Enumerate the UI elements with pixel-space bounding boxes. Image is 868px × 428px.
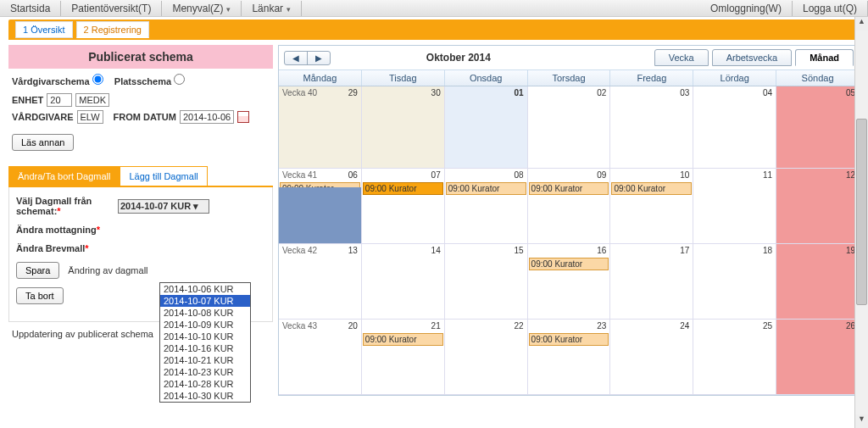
- day-cell[interactable]: Vecka 4106 09:00 Kurator: [279, 169, 362, 243]
- day-header: Söndag: [776, 70, 859, 86]
- day-cell[interactable]: 17: [610, 244, 693, 319]
- menu-startsida[interactable]: Startsida: [0, 1, 61, 16]
- tab-andra-ta-bort[interactable]: Ändra/Ta bort Dagmall: [8, 166, 120, 186]
- radio-vardgivarschema[interactable]: Vårdgivarschema: [12, 76, 103, 86]
- menu-omloggning[interactable]: Omloggning(W): [700, 1, 793, 16]
- day-cell[interactable]: 22: [445, 320, 528, 394]
- option[interactable]: 2014-10-08 KUR: [160, 307, 250, 319]
- event[interactable]: 09:00 Kurator: [529, 258, 609, 270]
- day-cell[interactable]: 14: [362, 244, 445, 319]
- dagmall-select[interactable]: 2014-10-07 KUR ▾: [118, 199, 209, 214]
- day-cell[interactable]: 15: [445, 244, 528, 319]
- day-cell[interactable]: 04: [693, 86, 776, 168]
- day-cell[interactable]: Vecka 4213: [279, 244, 362, 319]
- event[interactable]: 09:00 Kurator: [611, 182, 692, 195]
- calendar-icon[interactable]: [237, 111, 249, 123]
- scroll-thumb[interactable]: [856, 119, 867, 305]
- day-header: Tisdag: [362, 70, 445, 86]
- event[interactable]: 09:00 Kurator: [363, 333, 443, 346]
- vardgivare-value[interactable]: ELW: [77, 110, 103, 124]
- day-cell[interactable]: 18: [693, 244, 776, 319]
- andra-brevmall-label: Ändra Brevmall: [16, 243, 85, 253]
- radio-platsschema[interactable]: Platsschema: [114, 76, 185, 86]
- event[interactable]: 09:00 Kurator: [446, 182, 526, 195]
- day-cell[interactable]: 05: [776, 86, 859, 168]
- day-cell[interactable]: 25: [693, 320, 776, 394]
- day-cell[interactable]: Vecka 4320: [279, 320, 362, 394]
- left-panel: Publicerat schema Vårdgivarschema Platss…: [8, 45, 273, 396]
- view-vecka[interactable]: Vecka: [654, 49, 709, 66]
- view-manad[interactable]: Månad: [795, 49, 854, 66]
- option-selected[interactable]: 2014-10-07 KUR: [160, 295, 250, 307]
- menu-patient[interactable]: Patientöversikt(T): [61, 1, 162, 16]
- day-cell[interactable]: 03: [610, 86, 693, 168]
- event[interactable]: 09:00 Kurator: [529, 333, 609, 346]
- tab-registrering[interactable]: 2 Registrering: [76, 21, 149, 38]
- andring-text: Ändring av dagmall: [68, 265, 147, 275]
- option[interactable]: 2014-10-09 KUR: [160, 319, 250, 331]
- dagmall-dropdown-list[interactable]: 2014-10-06 KUR 2014-10-07 KUR 2014-10-08…: [159, 282, 251, 403]
- option[interactable]: 2014-10-16 KUR: [160, 342, 250, 354]
- menu-lankar[interactable]: Länkar: [242, 1, 302, 16]
- day-cell[interactable]: Vecka 4029: [279, 86, 362, 168]
- ta-bort-button[interactable]: Ta bort: [16, 287, 64, 304]
- tab-lagg-till[interactable]: Lägg till Dagmall: [120, 166, 207, 186]
- day-cell[interactable]: 11: [693, 169, 776, 243]
- day-cell[interactable]: 09 09:00 Kurator: [528, 169, 611, 243]
- from-datum-value[interactable]: 2014-10-06: [180, 110, 234, 124]
- day-cell[interactable]: 10 09:00 Kurator: [610, 169, 693, 243]
- selection-overlay: [279, 187, 361, 243]
- scrollbar[interactable]: ▲ ▼: [854, 17, 868, 428]
- day-cell[interactable]: 23 09:00 Kurator: [528, 320, 611, 394]
- spara-button[interactable]: Spara: [16, 262, 59, 279]
- day-header: Måndag: [279, 70, 362, 86]
- option[interactable]: 2014-10-06 KUR: [160, 283, 250, 295]
- day-cell[interactable]: 01: [445, 86, 528, 168]
- day-cell[interactable]: 26: [776, 320, 859, 394]
- option[interactable]: 2014-10-21 KUR: [160, 354, 250, 366]
- day-cell[interactable]: 21 09:00 Kurator: [362, 320, 445, 394]
- day-cell[interactable]: 12: [776, 169, 859, 243]
- scroll-down-icon[interactable]: ▼: [855, 414, 868, 428]
- event-selected[interactable]: 09:00 Kurator: [363, 182, 443, 195]
- tab-oversikt[interactable]: 1 Översikt: [15, 21, 73, 38]
- day-cell[interactable]: 19: [776, 244, 859, 319]
- day-header: Torsdag: [528, 70, 611, 86]
- day-cell[interactable]: 16 09:00 Kurator: [528, 244, 611, 319]
- enhet-value[interactable]: 20: [47, 93, 72, 107]
- day-cell[interactable]: 24: [610, 320, 693, 394]
- from-datum-label: FROM DATUM: [114, 112, 176, 122]
- event[interactable]: 09:00 Kurator: [529, 182, 609, 195]
- day-cell[interactable]: 30: [362, 86, 445, 168]
- day-cell[interactable]: 02: [528, 86, 611, 168]
- panel-title: Publicerat schema: [8, 45, 273, 69]
- view-arbetsvecka[interactable]: Arbetsvecka: [712, 49, 793, 66]
- day-header: Onsdag: [445, 70, 528, 86]
- calendar-title: Oktober 2014: [263, 52, 654, 64]
- day-header: Lördag: [693, 70, 776, 86]
- option[interactable]: 2014-10-10 KUR: [160, 331, 250, 342]
- las-annan-button[interactable]: Läs annan: [12, 134, 74, 151]
- top-menu: Startsida Patientöversikt(T) Menyval(Z) …: [0, 0, 868, 17]
- day-cell[interactable]: 08 09:00 Kurator: [445, 169, 528, 243]
- vardgivare-label: VÅRDGIVARE: [12, 112, 74, 122]
- day-header: Fredag: [610, 70, 693, 86]
- option[interactable]: 2014-10-23 KUR: [160, 366, 250, 378]
- scroll-up-icon[interactable]: ▲: [855, 17, 868, 31]
- day-headers: Måndag Tisdag Onsdag Torsdag Fredag Lörd…: [279, 70, 859, 86]
- valj-dagmall-label: Välj Dagmall från schemat:: [16, 196, 92, 216]
- enhet-label: ENHET: [12, 95, 43, 105]
- option[interactable]: 2014-10-28 KUR: [160, 378, 250, 390]
- andra-mottagning-label: Ändra mottagning: [16, 225, 97, 235]
- tab-bar: 1 Översikt 2 Registrering: [8, 19, 860, 40]
- enhet-code[interactable]: MEDK: [75, 93, 109, 107]
- option[interactable]: 2014-10-30 KUR: [160, 390, 250, 402]
- menu-logout[interactable]: Logga ut(Q): [793, 1, 868, 16]
- menu-menyval[interactable]: Menyval(Z): [162, 1, 242, 16]
- day-cell[interactable]: 07 09:00 Kurator: [362, 169, 445, 243]
- calendar: ◀ ▶ Oktober 2014 Vecka Arbetsvecka Månad…: [278, 45, 860, 396]
